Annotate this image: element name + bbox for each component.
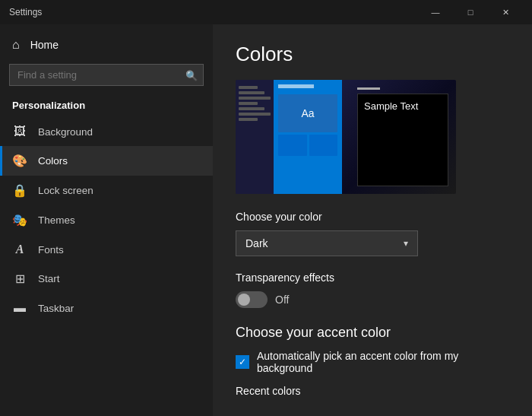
sidebar-item-label: Fonts	[38, 244, 64, 256]
preview-sample-bar	[357, 87, 380, 90]
transparency-label: Transparency effects	[236, 272, 509, 284]
titlebar-controls: — □ ✕	[418, 0, 523, 24]
transparency-row: Off	[236, 291, 509, 308]
sidebar-item-start[interactable]: ⊞ Start	[0, 264, 213, 294]
app-body: ⌂ Home 🔍 Personalization 🖼 Background 🎨 …	[0, 24, 532, 416]
checkmark-icon: ✓	[239, 357, 246, 367]
color-dropdown-value: Dark	[245, 237, 268, 249]
background-icon: 🖼	[12, 125, 27, 138]
accent-color-section: Choose your accent color ✓ Automatically…	[236, 325, 509, 397]
colors-icon: 🎨	[12, 154, 27, 168]
sidebar-item-themes[interactable]: 🎭 Themes	[0, 205, 213, 235]
choose-color-label: Choose your color	[236, 211, 509, 223]
preview-bar	[239, 102, 258, 105]
toggle-knob	[238, 294, 250, 306]
preview-bar	[239, 97, 271, 100]
transparency-section: Transparency effects Off	[236, 272, 509, 308]
preview-bar	[239, 113, 271, 116]
page-title: Colors	[236, 43, 509, 66]
search-input[interactable]	[9, 64, 204, 86]
color-preview: Aa Sample Text	[236, 80, 456, 194]
sidebar-section-title: Personalization	[0, 95, 213, 117]
start-icon: ⊞	[12, 272, 27, 286]
preview-bar	[239, 118, 258, 121]
toggle-state-label: Off	[275, 294, 289, 306]
preview-sample-text: Sample Text	[364, 100, 418, 112]
close-button[interactable]: ✕	[488, 0, 523, 24]
auto-accent-checkbox[interactable]: ✓	[236, 355, 249, 369]
preview-cell	[278, 135, 307, 156]
preview-mid-panel: Aa	[274, 80, 342, 194]
taskbar-icon: ▬	[12, 301, 27, 315]
preview-cell	[309, 135, 338, 156]
sidebar-item-fonts[interactable]: A Fonts	[0, 235, 213, 264]
titlebar: Settings — □ ✕	[0, 0, 532, 24]
transparency-toggle[interactable]	[236, 291, 268, 308]
minimize-button[interactable]: —	[418, 0, 453, 24]
sidebar-item-lock-screen[interactable]: 🔒 Lock screen	[0, 176, 213, 205]
choose-color-section: Choose your color Dark ▾	[236, 211, 509, 256]
color-dropdown[interactable]: Dark ▾	[236, 230, 418, 256]
sidebar-item-label: Taskbar	[38, 303, 74, 314]
home-label: Home	[30, 39, 59, 51]
preview-bar	[239, 86, 258, 89]
sidebar-item-label: Background	[38, 126, 93, 138]
sidebar-item-home[interactable]: ⌂ Home	[0, 30, 213, 59]
sidebar-item-label: Colors	[38, 155, 68, 167]
titlebar-title: Settings	[9, 7, 418, 17]
recent-colors-label: Recent colors	[236, 385, 509, 397]
home-icon: ⌂	[12, 38, 20, 52]
chevron-down-icon: ▾	[404, 238, 408, 249]
sidebar: ⌂ Home 🔍 Personalization 🖼 Background 🎨 …	[0, 24, 213, 416]
search-icon: 🔍	[185, 69, 198, 81]
sidebar-item-label: Start	[38, 273, 60, 284]
preview-sample-text-box: Sample Text	[357, 94, 448, 186]
preview-mid-grid: Aa	[278, 94, 337, 156]
auto-accent-row: ✓ Automatically pick an accent color fro…	[236, 350, 509, 374]
preview-mid-top-bar	[278, 84, 314, 88]
sidebar-item-label: Lock screen	[38, 185, 93, 196]
maximize-button[interactable]: □	[453, 0, 488, 24]
preview-bar	[239, 107, 264, 110]
sidebar-item-colors[interactable]: 🎨 Colors	[0, 146, 213, 176]
accent-title: Choose your accent color	[236, 325, 509, 341]
sidebar-item-taskbar[interactable]: ▬ Taskbar	[0, 294, 213, 322]
sidebar-item-background[interactable]: 🖼 Background	[0, 117, 213, 146]
preview-bar	[239, 91, 264, 94]
auto-accent-label: Automatically pick an accent color from …	[257, 350, 509, 374]
preview-left-panel	[236, 80, 274, 194]
content-area: Colors Aa	[213, 24, 532, 416]
fonts-icon: A	[12, 243, 27, 256]
sidebar-item-label: Themes	[38, 214, 75, 226]
preview-aa-cell: Aa	[278, 94, 337, 132]
lock-screen-icon: 🔒	[12, 183, 27, 198]
sidebar-search: 🔍	[9, 64, 204, 86]
themes-icon: 🎭	[12, 213, 27, 227]
preview-right-panel: Sample Text	[342, 80, 456, 194]
